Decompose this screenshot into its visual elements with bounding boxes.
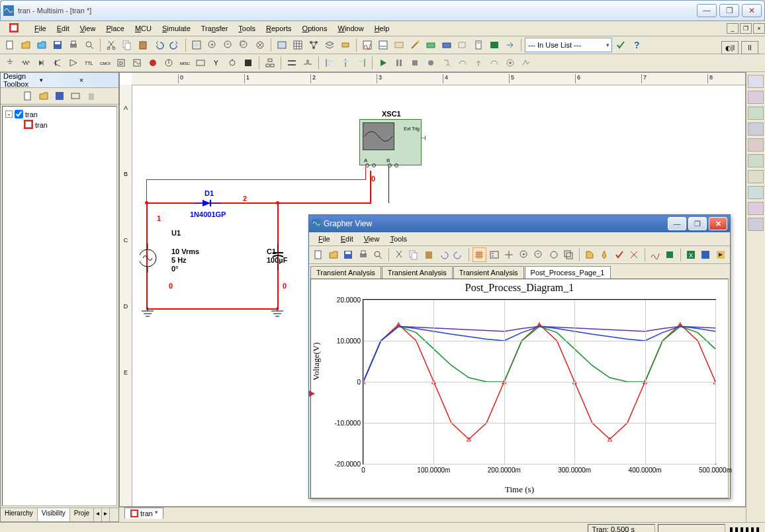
logic-converter-icon[interactable]: [748, 218, 764, 231]
mdi-restore[interactable]: ❐: [740, 23, 752, 34]
ultiboard-icon[interactable]: [487, 38, 502, 52]
grapher-icon[interactable]: [360, 38, 375, 52]
stop-icon[interactable]: [408, 56, 422, 70]
word-gen-icon[interactable]: [748, 186, 764, 199]
g-zoomout-icon[interactable]: −: [532, 247, 546, 262]
menu-simulate[interactable]: Simulate: [157, 23, 196, 34]
close-button[interactable]: ✕: [742, 4, 762, 17]
print-preview-icon[interactable]: [82, 38, 97, 52]
menu-mcu[interactable]: MCU: [130, 23, 157, 34]
nets-icon[interactable]: [306, 38, 321, 52]
elvis2-icon[interactable]: [439, 38, 454, 52]
record-icon[interactable]: [424, 56, 438, 70]
run-icon[interactable]: [376, 56, 390, 70]
opamp-icon[interactable]: [66, 56, 81, 70]
step-back-icon[interactable]: [487, 56, 502, 70]
doc-tab-tran[interactable]: tran *: [124, 508, 163, 519]
g-tag-icon[interactable]: [583, 247, 597, 262]
bus-icon[interactable]: [285, 56, 299, 70]
menu-options[interactable]: Options: [297, 23, 333, 34]
g-zoomin-icon[interactable]: +: [518, 247, 531, 262]
menu-transfer[interactable]: Transfer: [196, 23, 234, 34]
postprocess-icon[interactable]: [376, 38, 390, 52]
tab-scroll-right[interactable]: ▸: [102, 508, 110, 521]
step-out-icon[interactable]: [471, 56, 486, 70]
gtab-3[interactable]: Post_Process_Page_1: [525, 266, 611, 279]
help-icon[interactable]: ?: [629, 38, 644, 52]
mcu-icon[interactable]: [241, 56, 255, 70]
mdi-minimize[interactable]: _: [727, 23, 739, 34]
indicator-icon[interactable]: [146, 56, 160, 70]
g-clear-icon[interactable]: [627, 247, 641, 262]
g-labview-icon[interactable]: [714, 247, 728, 262]
menu-tools[interactable]: Tools: [233, 23, 261, 34]
grapher-titlebar[interactable]: Grapher View — ❐ ✕: [309, 215, 730, 232]
g-cursor-icon[interactable]: [502, 247, 516, 262]
tree-child[interactable]: tran: [24, 119, 114, 131]
grapher-minimize[interactable]: —: [668, 217, 686, 230]
rename-icon[interactable]: [68, 89, 83, 103]
g-print-icon[interactable]: [357, 247, 371, 262]
gmenu-file[interactable]: File: [313, 234, 336, 244]
options-icon[interactable]: [471, 38, 486, 52]
tree-checkbox[interactable]: [15, 110, 23, 118]
misc-digital-icon[interactable]: D: [114, 56, 128, 70]
grapher-close[interactable]: ✕: [709, 217, 727, 230]
cmos-icon[interactable]: CMOS: [98, 56, 112, 70]
spreadsheet-icon[interactable]: [291, 38, 305, 52]
oscilloscope-xsc1[interactable]: Ext Trig ⊣ A B: [359, 119, 422, 165]
ttl-icon[interactable]: TTL: [82, 56, 97, 70]
step-into-icon[interactable]: [439, 56, 454, 70]
new-project-icon[interactable]: [21, 89, 35, 103]
tab-projects[interactable]: Proje: [70, 508, 94, 521]
check-icon[interactable]: [613, 38, 628, 52]
align-center-icon[interactable]: [338, 56, 353, 70]
open-icon[interactable]: [19, 38, 33, 52]
g-undo-icon[interactable]: [437, 247, 451, 262]
design-tree[interactable]: - tran tran: [2, 106, 117, 506]
pause-icon2[interactable]: II: [741, 41, 758, 54]
zoom-area-icon[interactable]: [237, 38, 251, 52]
layers-icon[interactable]: [322, 38, 337, 52]
tree-root[interactable]: - tran: [5, 109, 114, 119]
wattmeter-icon[interactable]: [748, 107, 764, 120]
grapher-maximize[interactable]: ❐: [688, 217, 707, 230]
copy-icon[interactable]: [120, 38, 134, 52]
electromech-icon[interactable]: [225, 56, 240, 70]
breadboard-icon[interactable]: [392, 38, 406, 52]
mdi-close[interactable]: ×: [753, 23, 765, 34]
g-excel-icon[interactable]: X: [684, 247, 698, 262]
open-project-icon[interactable]: [36, 89, 51, 103]
misc-icon[interactable]: MISC: [177, 56, 192, 70]
breakpoint-icon[interactable]: [503, 56, 518, 70]
align-right-icon[interactable]: [354, 56, 369, 70]
advanced-icon[interactable]: [193, 56, 208, 70]
g-marker-icon[interactable]: [598, 247, 611, 262]
freq-counter-icon[interactable]: [748, 170, 764, 183]
tab-hierarchy[interactable]: Hierarchy: [1, 508, 38, 521]
panel-close-icon[interactable]: ×: [79, 76, 116, 84]
tab-scroll-left[interactable]: ◂: [94, 508, 102, 521]
undo-icon[interactable]: [152, 38, 166, 52]
g-cut-icon[interactable]: [392, 247, 406, 262]
transistor-icon[interactable]: [50, 56, 65, 70]
gmenu-tools[interactable]: Tools: [384, 234, 412, 244]
find-icon[interactable]: [455, 38, 470, 52]
save-icon[interactable]: [50, 38, 65, 52]
grapher-window[interactable]: Grapher View — ❐ ✕ File Edit View Tools …: [308, 214, 731, 499]
mixed-icon[interactable]: [130, 56, 144, 70]
gtab-2[interactable]: Transient Analysis: [453, 266, 524, 279]
gtab-1[interactable]: Transient Analysis: [382, 266, 453, 279]
g-preview-icon[interactable]: [371, 247, 385, 262]
power-icon[interactable]: [161, 56, 176, 70]
trace-icon[interactable]: [519, 56, 533, 70]
menu-place[interactable]: Place: [101, 23, 130, 34]
open-sample-icon[interactable]: [34, 38, 49, 52]
g-copy-icon[interactable]: [407, 247, 421, 262]
elvis-icon[interactable]: [424, 38, 438, 52]
g-export-icon[interactable]: [663, 247, 677, 262]
menu-window[interactable]: Window: [332, 23, 369, 34]
gtab-0[interactable]: Transient Analysis: [310, 266, 381, 279]
g-legend-icon[interactable]: [488, 247, 502, 262]
4ch-scope-icon[interactable]: [748, 138, 764, 152]
